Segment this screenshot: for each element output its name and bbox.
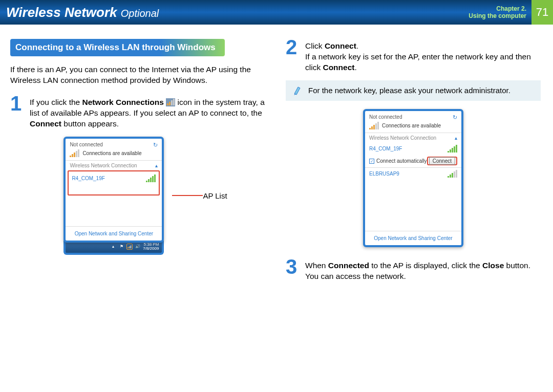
step1-text-d: Connect bbox=[30, 119, 61, 128]
note-icon bbox=[293, 85, 303, 96]
open-network-sharing-link[interactable]: Open Network and Sharing Center bbox=[66, 226, 162, 241]
step-1-number: 1 bbox=[10, 95, 25, 129]
intro-text: If there is an AP, you can connect to th… bbox=[10, 64, 265, 86]
connect-button[interactable]: Connect bbox=[429, 157, 455, 165]
section-banner: Connecting to a Wireless LAN through Win… bbox=[10, 39, 225, 56]
step2-b: Connect bbox=[325, 41, 356, 50]
note-text: For the network key, please ask your net… bbox=[308, 86, 511, 95]
popup1-avail-text: Connections are available bbox=[82, 150, 141, 156]
popup1-avail-row: Connections are available bbox=[66, 148, 162, 160]
step2-c: . bbox=[356, 41, 358, 50]
popup1-status: Not connected ↻ bbox=[66, 139, 162, 148]
chevron-up-icon[interactable]: ▴ bbox=[155, 163, 158, 168]
step2-e: Connect bbox=[323, 63, 354, 72]
refresh-icon[interactable]: ↻ bbox=[153, 142, 158, 148]
taskbar: ▴ ⚑ 🔊 5:38 PM 7/8/2009 bbox=[63, 241, 164, 255]
signal-bars-icon bbox=[146, 175, 156, 182]
svg-rect-8 bbox=[131, 245, 131, 248]
svg-rect-2 bbox=[169, 102, 171, 105]
svg-rect-5 bbox=[127, 247, 128, 248]
network-popup-2: Not connected ↻ Connections are availabl… bbox=[363, 109, 463, 247]
popup-with-taskbar: Not connected ↻ Connections are availabl… bbox=[63, 137, 164, 255]
step-2: 2 Click Connect. If a network key is set… bbox=[286, 39, 541, 73]
header-title-optional: Optional bbox=[121, 8, 159, 19]
popup2-wireless-title-text: Wireless Network Connection bbox=[369, 135, 436, 141]
figure-1: Not connected ↻ Connections are availabl… bbox=[26, 137, 265, 255]
popup1-ap-item-highlighted[interactable]: R4_COM_19F bbox=[68, 170, 160, 195]
chevron-up-icon[interactable]: ▴ bbox=[455, 135, 457, 141]
tray-network-icon[interactable] bbox=[126, 244, 133, 250]
signal-bars-icon bbox=[70, 149, 79, 157]
open-network-sharing-link[interactable]: Open Network and Sharing Center bbox=[365, 231, 461, 245]
step-1: 1 If you click the Network Connections i… bbox=[10, 95, 265, 129]
step2-a: Click bbox=[305, 41, 325, 50]
figure-2: Not connected ↻ Connections are availabl… bbox=[286, 109, 541, 247]
connect-auto-label: Connect automatically bbox=[376, 158, 427, 164]
step3-b: Connected bbox=[328, 261, 369, 270]
step2-f: . bbox=[354, 63, 356, 72]
connect-automatically-checkbox[interactable]: ✓Connect automatically bbox=[369, 158, 427, 164]
network-connections-icon bbox=[166, 98, 175, 106]
header-title: Wireless Network Optional bbox=[6, 5, 159, 20]
popup1-wireless-title: Wireless Network Connection ▴ bbox=[66, 160, 162, 170]
popup1-ap1-name: R4_COM_19F bbox=[72, 176, 104, 181]
page-header: Wireless Network Optional Chapter 2. Usi… bbox=[0, 0, 553, 25]
step3-c: to the AP is displayed, click the bbox=[369, 261, 482, 270]
popup2-not-connected: Not connected bbox=[369, 114, 402, 120]
popup2-ap2-name: ELBRUSAP9 bbox=[369, 171, 399, 177]
popup2-ap-item-1[interactable]: R4_COM_19F bbox=[365, 143, 461, 155]
popup1-wireless-title-text: Wireless Network Connection bbox=[70, 163, 137, 168]
connect-button-highlight: Connect bbox=[427, 157, 457, 165]
header-right: Chapter 2. Using the computer 71 bbox=[469, 0, 553, 25]
svg-rect-4 bbox=[173, 99, 175, 105]
chapter-line: Chapter 2. bbox=[469, 5, 526, 12]
connect-row: ✓Connect automatically Connect bbox=[365, 155, 461, 167]
clock-date: 7/8/2009 bbox=[143, 247, 159, 251]
popup2-ap1-name: R4_COM_19F bbox=[369, 146, 402, 151]
right-column: 2 Click Connect. If a network key is set… bbox=[286, 39, 541, 289]
network-popup-1: Not connected ↻ Connections are availabl… bbox=[63, 137, 164, 243]
step3-f: You can access the network. bbox=[305, 272, 406, 280]
popup2-avail-row: Connections are available bbox=[365, 121, 461, 133]
popup2-wireless-title: Wireless Network Connection ▴ bbox=[365, 133, 461, 143]
signal-bars-icon bbox=[448, 170, 457, 178]
signal-bars-icon bbox=[448, 145, 457, 153]
step1-text-e: button appears. bbox=[61, 119, 119, 128]
popup2-ap-item-2[interactable]: ELBRUSAP9 bbox=[365, 167, 461, 180]
step1-text-b: Network Connections bbox=[82, 98, 164, 106]
svg-rect-3 bbox=[171, 100, 173, 105]
checkbox-icon: ✓ bbox=[369, 159, 374, 164]
step-2-body: Click Connect. If a network key is set f… bbox=[305, 39, 541, 73]
tray-flag-icon[interactable]: ⚑ bbox=[118, 244, 124, 250]
step-3-number: 3 bbox=[286, 258, 300, 282]
step3-e: button. bbox=[504, 261, 530, 270]
step-3: 3 When Connected to the AP is displayed,… bbox=[286, 258, 541, 282]
popup1-not-connected: Not connected bbox=[70, 142, 103, 147]
signal-bars-icon bbox=[369, 122, 379, 129]
taskbar-clock[interactable]: 5:38 PM 7/8/2009 bbox=[143, 243, 159, 251]
left-column: Connecting to a Wireless LAN through Win… bbox=[10, 39, 265, 289]
popup2-status: Not connected ↻ bbox=[365, 111, 461, 121]
section-line: Using the computer bbox=[469, 12, 526, 19]
header-title-main: Wireless Network bbox=[6, 5, 117, 20]
svg-rect-1 bbox=[167, 103, 168, 105]
refresh-icon[interactable]: ↻ bbox=[453, 114, 457, 121]
step-1-body: If you click the Network Connections ico… bbox=[30, 95, 265, 129]
page-number-badge: 71 bbox=[531, 0, 553, 25]
tray-volume-icon[interactable]: 🔊 bbox=[135, 244, 141, 250]
step3-a: When bbox=[305, 261, 328, 270]
ap-list-callout: AP List bbox=[203, 191, 227, 200]
note-box: For the network key, please ask your net… bbox=[286, 80, 541, 101]
svg-rect-7 bbox=[130, 246, 130, 248]
step3-d: Close bbox=[482, 261, 504, 270]
step1-text-a: If you click the bbox=[30, 98, 82, 106]
svg-rect-6 bbox=[129, 247, 129, 248]
step-3-body: When Connected to the AP is displayed, c… bbox=[305, 258, 530, 282]
step-2-number: 2 bbox=[286, 39, 300, 73]
callout-line bbox=[172, 195, 203, 196]
popup2-avail-text: Connections are available bbox=[382, 123, 441, 128]
tray-up-icon[interactable]: ▴ bbox=[110, 244, 116, 250]
